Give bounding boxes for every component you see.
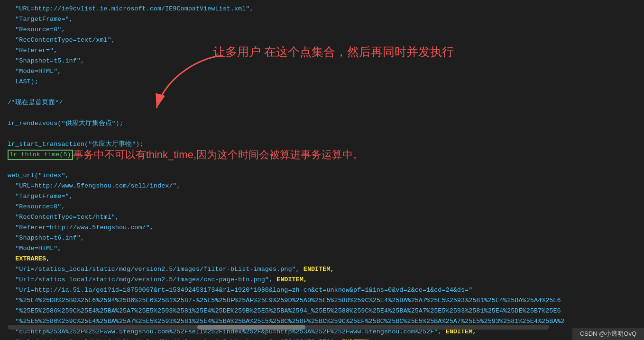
code-line: "Snapshot=t6.inf",: [8, 233, 644, 243]
code-line: "Url=/statics_local/static/mdg/version2.…: [8, 264, 644, 275]
code-line: "Referer=",: [8, 45, 644, 56]
code-editor: "URL=http://ie9cvlist.ie.microsoft.com/I…: [0, 0, 644, 340]
code-line: "TargetFrame=",: [8, 14, 644, 25]
horizontal-scrollbar[interactable]: [8, 325, 549, 330]
code-line: "RecContentType=text/html",: [8, 212, 644, 223]
code-line: "%25E4%25D8%25B0%25E6%2594%25B6%25E6%25B…: [8, 295, 644, 306]
code-line: LAST);: [8, 77, 644, 87]
code-line: "Snapshot=t5.inf",: [8, 56, 644, 66]
code-line: "Mode=HTML",: [8, 243, 644, 254]
code-line: /*现在是首页面*/: [8, 98, 644, 108]
code-line: [8, 160, 644, 170]
think-time-annotation: 事务中不可以有think_time,因为这个时间会被算进事务运算中。: [73, 150, 363, 160]
code-line: lr_start_transaction("供应大厅事物");: [8, 139, 644, 150]
scrollbar-thumb[interactable]: [197, 325, 305, 330]
code-line: "RecContentType=text/xml",: [8, 35, 644, 45]
code-line: "Resource=0",: [8, 25, 644, 35]
code-line: "URL=http://www.5fengshou.com/sell/index…: [8, 181, 644, 191]
code-line: "Url=/statics_local/static//lhgdialog/lh…: [8, 337, 644, 340]
code-rendezvous: lr_rendezvous("供应大厅集合点");: [8, 118, 644, 129]
code-line: "Mode=HTML",: [8, 66, 644, 77]
code-line: [8, 87, 644, 98]
branding-text: CSDN @小透明OvQ: [580, 330, 636, 337]
code-extrares: EXTRARES,: [8, 254, 644, 264]
code-line: "Resource=0",: [8, 202, 644, 212]
think-time-highlight: lr_think_time(5): [8, 150, 73, 160]
code-line: "URL=http://ie9cvlist.ie.microsoft.com/I…: [8, 4, 644, 14]
code-line: "%25E5%2586%259C%25E4%25BA%25A7%25E5%259…: [8, 306, 644, 316]
think-time-line: lr_think_time(5)事务中不可以有think_time,因为这个时间…: [8, 150, 644, 160]
code-line: "TargetFrame=",: [8, 191, 644, 202]
code-line: web_url("index",: [8, 170, 644, 181]
branding-bar: CSDN @小透明OvQ: [572, 328, 644, 340]
code-line: [8, 129, 644, 139]
code-line: [8, 108, 644, 118]
code-line: "Url=/statics_local/static/mdg/version2.…: [8, 275, 644, 285]
code-line: "Referer=http://www.5fengshou.com/",: [8, 223, 644, 233]
code-line: "Url=http://ia.51.la/go1?id=18759067&rt=…: [8, 285, 644, 295]
